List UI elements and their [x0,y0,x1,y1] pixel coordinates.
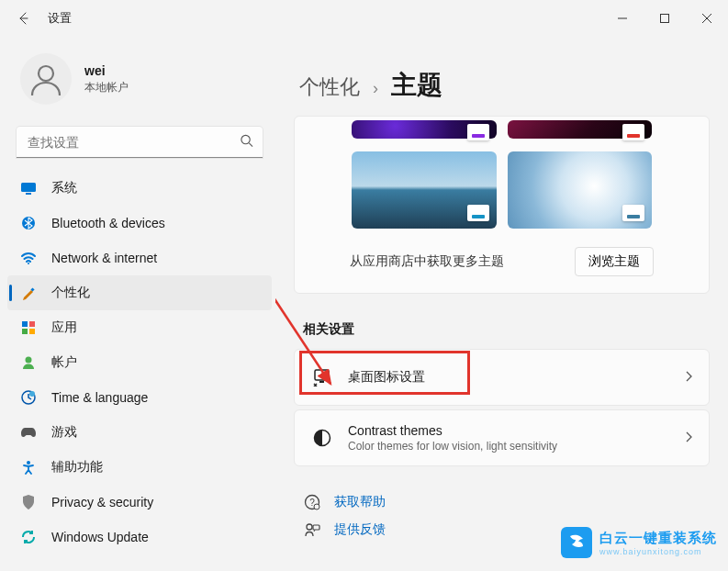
svg-point-2 [241,135,250,143]
minimize-button[interactable] [601,4,644,33]
svg-rect-17 [319,381,324,383]
window-title: 设置 [48,11,72,27]
nav-label: 辅助功能 [51,459,103,476]
nav-item-time-language[interactable]: Time & language [7,380,272,415]
desktop-icon-settings-row[interactable]: 桌面图标设置 [294,349,710,406]
maximize-button[interactable] [644,4,686,33]
nav-item-accessibility[interactable]: 辅助功能 [7,450,272,485]
link-text: 获取帮助 [334,494,386,510]
help-icon: ? [303,494,321,510]
svg-point-6 [28,263,29,264]
nav-item-system[interactable]: 系统 [7,171,272,206]
theme-thumbnail[interactable] [508,120,653,139]
nav-label: Privacy & security [51,495,153,509]
contrast-icon [311,429,333,447]
themes-panel: 从应用商店中获取更多主题 浏览主题 [294,116,710,294]
nav-label: Network & internet [51,251,157,265]
row-title: 桌面图标设置 [348,369,685,386]
browse-themes-button[interactable]: 浏览主题 [575,247,654,276]
nav-label: Time & language [51,390,148,405]
profile-block[interactable]: wei 本地帐户 [7,46,272,121]
desktop-icons-icon [311,368,333,386]
nav-label: 系统 [51,180,77,196]
svg-rect-10 [22,329,28,334]
svg-point-15 [27,461,30,465]
bluetooth-icon [20,215,37,231]
nav-label: 个性化 [51,285,90,301]
row-title: Contrast themes [348,423,685,438]
nav-item-apps[interactable]: 应用 [7,310,272,345]
link-text: 提供反馈 [334,521,386,538]
theme-thumbnail[interactable] [508,151,653,229]
svg-point-21 [314,504,319,509]
avatar-icon [28,61,64,97]
system-icon [20,180,37,196]
window-controls [601,4,728,33]
breadcrumb-separator-icon: › [373,79,378,98]
title-bar: 设置 [0,0,728,37]
breadcrumb-parent[interactable]: 个性化 [299,73,360,101]
accessibility-icon [20,459,37,476]
svg-rect-9 [29,321,35,327]
svg-rect-4 [26,193,31,195]
watermark: 白云一键重装系统 www.baiyunxitong.com [561,527,717,558]
svg-rect-8 [22,321,28,327]
related-settings-title: 相关设置 [303,321,710,338]
apps-icon [20,319,37,336]
gaming-icon [20,424,37,441]
watermark-title: 白云一键重装系统 [599,530,717,547]
nav-list: 系统 Bluetooth & devices Network & interne… [7,171,272,554]
chevron-right-icon [685,369,692,386]
profile-name: wei [84,63,129,78]
nav-item-personalization[interactable]: 个性化 [7,275,272,310]
breadcrumb: 个性化 › 主题 [299,68,710,103]
feedback-icon [303,521,321,538]
profile-subtitle: 本地帐户 [84,80,129,95]
accounts-icon [20,354,37,371]
back-arrow-icon [17,11,31,26]
back-button[interactable] [13,7,35,29]
update-icon [20,529,37,545]
nav-label: 游戏 [51,424,77,441]
personalization-icon [20,285,37,301]
nav-label: 帐户 [51,354,77,371]
sidebar: wei 本地帐户 系统 Bluetooth & devices Network … [0,37,275,571]
nav-item-windows-update[interactable]: Windows Update [7,520,272,554]
theme-thumbnail[interactable] [352,151,497,229]
store-text: 从应用商店中获取更多主题 [350,253,504,270]
row-subtitle: Color themes for low vision, light sensi… [348,440,685,453]
svg-rect-3 [21,183,36,192]
svg-rect-16 [315,370,329,380]
search-input[interactable] [17,127,263,158]
search-icon [240,134,253,151]
get-help-link[interactable]: ? 获取帮助 [299,488,710,516]
svg-rect-0 [661,15,669,23]
watermark-logo-icon [561,527,592,558]
watermark-url: www.baiyunxitong.com [599,547,717,556]
nav-label: 应用 [51,319,77,336]
nav-label: Windows Update [51,530,149,544]
nav-item-accounts[interactable]: 帐户 [7,345,272,380]
nav-item-network[interactable]: Network & internet [7,241,272,275]
nav-item-privacy[interactable]: Privacy & security [7,485,272,520]
svg-point-22 [307,524,312,530]
nav-label: Bluetooth & devices [51,216,165,230]
close-button[interactable] [686,4,728,33]
svg-rect-11 [29,329,35,334]
svg-point-1 [39,66,53,81]
wifi-icon [20,250,37,266]
nav-item-gaming[interactable]: 游戏 [7,415,272,450]
chevron-right-icon [685,430,692,446]
page-title: 主题 [391,68,442,103]
main-content: 个性化 › 主题 从应用商店中获取更多主题 浏览主题 相关设置 [275,37,728,571]
theme-thumbnail[interactable] [352,120,497,139]
svg-point-12 [26,357,32,364]
nav-item-bluetooth[interactable]: Bluetooth & devices [7,206,272,241]
svg-rect-23 [313,525,319,530]
contrast-themes-row[interactable]: Contrast themes Color themes for low vis… [294,409,710,466]
time-icon [20,389,37,406]
svg-point-14 [29,391,35,397]
avatar [20,53,72,105]
shield-icon [20,494,37,510]
